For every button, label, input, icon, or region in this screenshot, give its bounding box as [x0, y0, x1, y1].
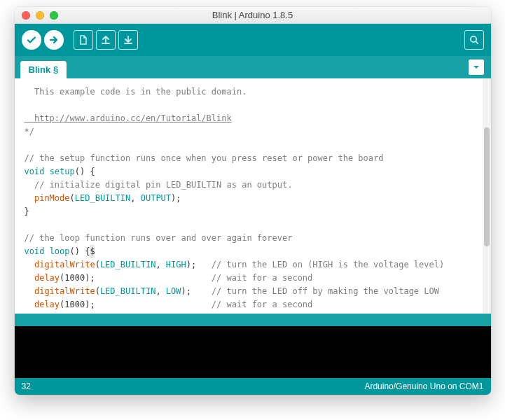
code-comment: // wait for a second	[212, 273, 313, 283]
titlebar: Blink | Arduino 1.8.5	[15, 7, 491, 24]
code-comment: // the setup function runs once when you…	[25, 153, 384, 163]
footer-bar: 32 Arduino/Genuino Uno on COM1	[15, 378, 491, 395]
minimize-window-button[interactable]	[36, 11, 44, 20]
code-brace: }	[25, 313, 29, 314]
toolbar	[15, 24, 491, 56]
code-const: HIGH	[166, 260, 186, 270]
open-sketch-button[interactable]	[96, 30, 116, 50]
status-bar	[15, 314, 491, 326]
code-comment: // the loop function runs over and over …	[25, 233, 293, 243]
code-comment: // wait for a second	[212, 300, 313, 309]
code-editor[interactable]: This example code is in the public domai…	[15, 78, 483, 314]
code-comment: // turn the LED on (HIGH is the voltage …	[212, 260, 444, 270]
new-sketch-button[interactable]	[74, 30, 93, 50]
line-number: 32	[22, 382, 31, 391]
code-function: setup	[44, 167, 74, 176]
code-call: digitalWrite	[25, 260, 95, 270]
close-window-button[interactable]	[22, 11, 30, 20]
code-call: delay	[25, 273, 60, 283]
code-comment-end: */	[25, 127, 34, 136]
board-port-label: Arduino/Genuino Uno on COM1	[364, 382, 483, 391]
code-function: loop	[44, 246, 69, 256]
tab-label: Blink §	[29, 64, 59, 75]
maximize-window-button[interactable]	[50, 11, 58, 20]
tab-blink[interactable]: Blink §	[20, 61, 67, 78]
code-brace: }	[25, 206, 29, 216]
code-const: OUTPUT	[141, 193, 171, 203]
output-console[interactable]	[15, 326, 491, 378]
app-window: Blink | Arduino 1.8.5 Blink §	[15, 7, 491, 395]
tab-menu-button[interactable]	[469, 59, 484, 75]
tab-bar: Blink §	[15, 56, 491, 78]
editor-scrollbar[interactable]	[483, 78, 491, 314]
serial-monitor-button[interactable]	[464, 30, 484, 50]
code-const: LED_BUILTIN	[100, 260, 155, 270]
code-comment: // turn the LED off by making the voltag…	[212, 286, 439, 296]
code-link: http://www.arduino.cc/en/Tutorial/Blink	[25, 113, 232, 123]
code-const: LED_BUILTIN	[100, 286, 155, 296]
code-keyword: void	[25, 167, 45, 176]
code-comment: // initialize digital pin LED_BUILTIN as…	[25, 180, 293, 190]
verify-button[interactable]	[22, 30, 41, 50]
editor-area: This example code is in the public domai…	[15, 78, 491, 314]
editor-cursor: $	[90, 245, 95, 258]
code-const: LOW	[166, 286, 181, 296]
code-call: digitalWrite	[25, 286, 95, 296]
window-title: Blink | Arduino 1.8.5	[15, 10, 491, 20]
upload-button[interactable]	[44, 30, 64, 50]
code-comment: This example code is in the public domai…	[25, 87, 247, 97]
scroll-thumb[interactable]	[484, 127, 490, 246]
save-sketch-button[interactable]	[118, 30, 138, 50]
code-call: pinMode	[25, 193, 70, 203]
code-const: LED_BUILTIN	[75, 193, 130, 203]
traffic-lights	[15, 11, 58, 20]
code-keyword: void	[25, 246, 45, 256]
code-call: delay	[25, 300, 60, 309]
